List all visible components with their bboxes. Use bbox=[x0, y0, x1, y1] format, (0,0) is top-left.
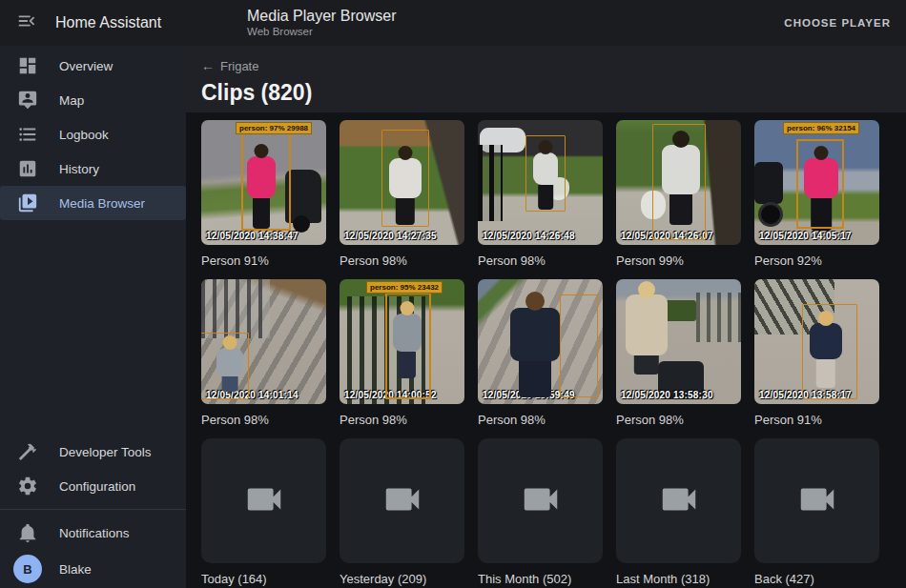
folder-thumbnail[interactable] bbox=[616, 438, 741, 563]
menu-toggle-button[interactable] bbox=[8, 4, 46, 42]
media-player-subtitle: Web Browser bbox=[247, 26, 397, 39]
sidebar-item-logbook[interactable]: Logbook bbox=[0, 117, 186, 152]
detection-bbox bbox=[802, 304, 857, 399]
clip-timestamp: 12/05/2020 13:58:30 bbox=[621, 390, 713, 400]
person-figure bbox=[626, 294, 668, 355]
clip-timestamp: 12/05/2020 14:05:17 bbox=[759, 231, 852, 241]
sidebar-item-user[interactable]: B Blake bbox=[0, 550, 186, 588]
clip-caption: Person 98% bbox=[340, 253, 464, 268]
media-player-header: Media Player Browser Web Browser bbox=[247, 7, 397, 39]
folder-thumbnail[interactable] bbox=[340, 438, 464, 563]
clip-card[interactable]: 12/05/2020 14:27:35Person 98% bbox=[340, 120, 464, 268]
logbook-icon bbox=[17, 124, 38, 145]
scene-prop bbox=[754, 162, 783, 204]
developer-tools-icon bbox=[17, 441, 38, 462]
media-browser-icon bbox=[17, 193, 38, 213]
clip-card[interactable]: 12/05/2020 14:26:07Person 99% bbox=[616, 120, 741, 268]
dashboard-icon bbox=[17, 55, 38, 76]
bell-icon bbox=[17, 522, 38, 543]
folder-thumbnail[interactable] bbox=[201, 438, 326, 563]
sidebar-item-overview[interactable]: Overview bbox=[0, 49, 186, 83]
map-icon bbox=[17, 90, 38, 111]
clip-caption: Person 98% bbox=[616, 413, 741, 427]
clip-thumbnail[interactable]: 12/05/2020 13:59:49 bbox=[478, 279, 603, 404]
folder-caption: Back (427) bbox=[754, 572, 879, 586]
sidebar-item-developer-tools[interactable]: Developer Tools bbox=[0, 435, 186, 469]
clip-card[interactable]: 12/05/2020 14:01:14Person 98% bbox=[201, 279, 326, 427]
folder-thumbnail[interactable] bbox=[478, 438, 603, 563]
sidebar: OverviewMapLogbookHistoryMedia Browser D… bbox=[0, 46, 186, 588]
clip-thumbnail[interactable]: 12/05/2020 14:26:48 bbox=[478, 120, 603, 245]
media-player-title: Media Player Browser bbox=[247, 7, 397, 25]
folder-caption: Yesterday (209) bbox=[340, 572, 464, 586]
sidebar-item-label: Configuration bbox=[59, 479, 135, 494]
clip-thumbnail[interactable]: 12/05/2020 14:01:14 bbox=[201, 279, 326, 404]
clip-caption: Person 98% bbox=[201, 413, 326, 427]
history-icon bbox=[17, 158, 38, 179]
person-figure bbox=[510, 308, 560, 361]
clip-card[interactable]: 12/05/2020 13:58:30Person 98% bbox=[616, 279, 741, 427]
folder-card[interactable]: Back (427) bbox=[754, 438, 879, 586]
sidebar-item-label: Media Browser bbox=[59, 196, 145, 211]
sidebar-item-history[interactable]: History bbox=[0, 152, 186, 186]
folder-caption: Today (164) bbox=[201, 572, 326, 586]
folder-card[interactable]: This Month (502) bbox=[478, 438, 603, 586]
folder-card[interactable]: Today (164) bbox=[201, 438, 326, 586]
folder-caption: Last Month (318) bbox=[616, 572, 741, 586]
folder-caption: This Month (502) bbox=[478, 572, 603, 586]
clip-thumbnail[interactable]: person: 97% 2998812/05/2020 14:38:47 bbox=[201, 120, 326, 245]
detection-bbox bbox=[652, 124, 706, 240]
sidebar-item-label: Logbook bbox=[59, 128, 109, 142]
app-title: Home Assistant bbox=[55, 14, 161, 31]
clip-thumbnail[interactable]: 12/05/2020 14:26:07 bbox=[616, 120, 741, 245]
clips-grid: person: 97% 2998812/05/2020 14:38:47Pers… bbox=[186, 112, 906, 586]
folder-thumbnail[interactable] bbox=[754, 438, 879, 563]
detection-bbox bbox=[381, 130, 429, 227]
clip-card[interactable]: 12/05/2020 13:59:49Person 98% bbox=[478, 279, 603, 427]
detection-bbox bbox=[241, 132, 291, 231]
sidebar-item-media-browser[interactable]: Media Browser bbox=[0, 186, 186, 220]
sidebar-nav: OverviewMapLogbookHistoryMedia Browser bbox=[0, 49, 186, 220]
clip-thumbnail[interactable]: 12/05/2020 13:58:17 bbox=[754, 279, 879, 404]
detection-bbox bbox=[796, 139, 844, 229]
topbar-left: Home Assistant bbox=[0, 4, 186, 42]
choose-player-button[interactable]: CHOOSE PLAYER bbox=[769, 8, 906, 38]
sidebar-item-map[interactable]: Map bbox=[0, 83, 186, 117]
sidebar-item-notifications[interactable]: Notifications bbox=[0, 516, 186, 550]
clip-thumbnail[interactable]: person: 96% 3215412/05/2020 14:05:17 bbox=[754, 120, 879, 245]
folder-card[interactable]: Yesterday (209) bbox=[340, 438, 464, 586]
clip-card[interactable]: 12/05/2020 14:26:48Person 98% bbox=[478, 120, 603, 268]
home-assistant-window: Home Assistant Media Player Browser Web … bbox=[0, 0, 906, 588]
clip-thumbnail[interactable]: 12/05/2020 13:58:30 bbox=[616, 279, 741, 404]
detection-label: person: 97% 29988 bbox=[236, 122, 312, 134]
clip-card[interactable]: person: 95% 2343212/05/2020 14:00:52Pers… bbox=[340, 279, 464, 427]
sidebar-item-label: History bbox=[59, 162, 99, 176]
video-camera-icon bbox=[381, 477, 424, 525]
sidebar-item-label: Developer Tools bbox=[59, 445, 152, 459]
folder-card[interactable]: Last Month (318) bbox=[616, 438, 741, 586]
clip-caption: Person 91% bbox=[754, 413, 879, 427]
scene-fence bbox=[478, 145, 503, 221]
clip-card[interactable]: 12/05/2020 13:58:17Person 91% bbox=[754, 279, 879, 427]
sidebar-item-label: Map bbox=[59, 93, 84, 108]
sidebar-item-configuration[interactable]: Configuration bbox=[0, 469, 186, 503]
video-camera-icon bbox=[519, 477, 563, 525]
detection-bbox bbox=[385, 293, 431, 399]
video-camera-icon bbox=[657, 477, 701, 525]
clip-caption: Person 91% bbox=[201, 253, 326, 268]
breadcrumb-back[interactable]: ← Frigate bbox=[201, 58, 258, 73]
breadcrumb-label: Frigate bbox=[220, 59, 258, 73]
sidebar-footer-nav: Developer ToolsConfiguration bbox=[0, 435, 186, 503]
clip-card[interactable]: person: 96% 3215412/05/2020 14:05:17Pers… bbox=[754, 120, 879, 268]
clip-thumbnail[interactable]: person: 95% 2343212/05/2020 14:00:52 bbox=[340, 279, 464, 404]
top-app-bar: Home Assistant Media Player Browser Web … bbox=[0, 0, 906, 46]
clip-timestamp: 12/05/2020 14:38:47 bbox=[206, 231, 299, 241]
menu-open-icon bbox=[16, 10, 37, 35]
detection-label: person: 96% 32154 bbox=[783, 122, 859, 134]
scene-fence bbox=[696, 293, 741, 342]
sidebar-item-label: Overview bbox=[59, 59, 113, 73]
clip-caption: Person 92% bbox=[754, 253, 879, 268]
video-camera-icon bbox=[242, 477, 286, 525]
clip-thumbnail[interactable]: 12/05/2020 14:27:35 bbox=[340, 120, 464, 245]
clip-card[interactable]: person: 97% 2998812/05/2020 14:38:47Pers… bbox=[201, 120, 326, 268]
